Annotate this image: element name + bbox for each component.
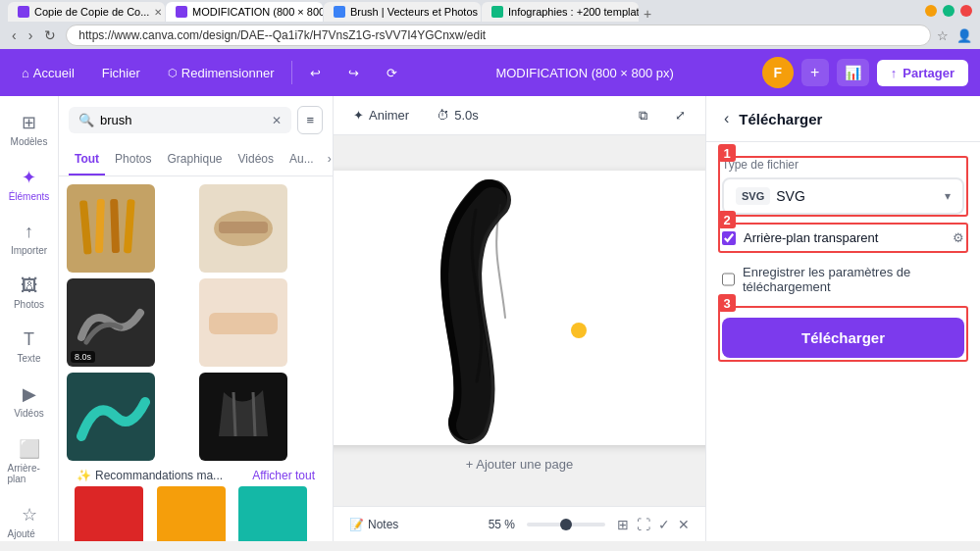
result-item-4[interactable] xyxy=(199,278,287,367)
svg-rect-1 xyxy=(95,199,105,253)
address-input[interactable] xyxy=(66,25,931,46)
videos-icon: ▶ xyxy=(23,383,36,405)
undo-button[interactable]: ↩ xyxy=(300,60,331,86)
panel-back-button[interactable]: ‹ xyxy=(722,108,731,129)
rec-item-2[interactable] xyxy=(157,486,226,541)
svg-icon: SVG xyxy=(736,187,770,205)
sidebar-item-modeles[interactable]: ⊞ Modèles xyxy=(4,104,55,155)
transparent-bg-section: 2 Arrière-plan transparent ⚙ xyxy=(722,226,964,249)
user-avatar[interactable]: F xyxy=(762,57,794,88)
add-page-button[interactable]: + Ajouter une page xyxy=(466,457,574,472)
result-item-5[interactable] xyxy=(67,373,155,461)
transparent-bg-label: Arrière-plan transparent xyxy=(744,230,878,245)
svg-rect-0 xyxy=(79,200,92,254)
rec-item-1[interactable] xyxy=(75,486,143,541)
search-bar: 🔍 ✕ ≡ xyxy=(59,96,333,144)
home-button[interactable]: ⌂ Accueil xyxy=(12,60,84,86)
file-label: Fichier xyxy=(102,66,140,80)
minimize-button[interactable] xyxy=(925,5,937,17)
share-button[interactable]: ↑ Partager xyxy=(877,60,968,86)
rec-item-3[interactable] xyxy=(238,486,307,541)
yellow-dot xyxy=(571,323,587,338)
result-badge-3: 8.0s xyxy=(71,351,95,363)
animate-icon: ✦ xyxy=(353,108,364,123)
arriere-plan-icon: ⬜ xyxy=(19,438,40,460)
maximize-button[interactable] xyxy=(943,5,954,17)
sidebar-item-photos-label: Photos xyxy=(14,299,44,310)
category-tabs: Tout Photos Graphique Vidéos Au... › xyxy=(59,144,333,176)
category-tab-more[interactable]: Au... xyxy=(284,144,320,175)
redo-button[interactable]: ↪ xyxy=(338,60,369,86)
show-all-link[interactable]: Afficher tout xyxy=(252,469,315,482)
filter-icon: ≡ xyxy=(306,113,314,127)
results-area: 8.0s xyxy=(59,176,333,541)
sidebar-item-ajoute[interactable]: ☆ Ajouté aux... xyxy=(4,496,55,541)
new-tab-button[interactable]: + xyxy=(640,6,655,22)
forward-button[interactable]: › xyxy=(25,25,37,45)
refresh-button[interactable]: ↻ xyxy=(40,25,60,45)
favicon-1 xyxy=(18,6,29,18)
close-button[interactable] xyxy=(960,5,972,17)
copy-button[interactable]: ⧉ xyxy=(631,104,655,127)
sidebar-item-elements[interactable]: ✦ Éléments xyxy=(4,159,55,210)
download-btn-section: 3 Télécharger xyxy=(722,310,964,358)
file-type-select[interactable]: SVG SVG ▾ xyxy=(722,177,964,215)
sidebar-item-importer[interactable]: ↑ Importer xyxy=(4,214,55,264)
resize-button[interactable]: ⬡ Redimensionner xyxy=(158,60,284,86)
sidebar-item-texte[interactable]: T Texte xyxy=(4,322,55,372)
search-input[interactable] xyxy=(100,113,266,127)
result-item-6[interactable] xyxy=(199,373,287,461)
transparent-bg-checkbox[interactable] xyxy=(722,231,736,245)
zoom-slider[interactable] xyxy=(527,523,605,526)
settings-icon[interactable]: ⚙ xyxy=(953,230,964,245)
category-tab-photos[interactable]: Photos xyxy=(109,144,157,175)
animate-button[interactable]: ✦ Animer xyxy=(345,104,417,126)
file-button[interactable]: Fichier xyxy=(92,60,150,86)
clear-search-button[interactable]: ✕ xyxy=(272,114,282,127)
tab-1[interactable]: Copie de Copie de Co... ✕ xyxy=(8,2,165,22)
result-item-3[interactable]: 8.0s xyxy=(67,278,155,367)
add-collaborator-button[interactable]: + xyxy=(801,59,829,86)
sidebar-item-videos[interactable]: ▶ Vidéos xyxy=(4,376,55,426)
notes-button[interactable]: 📝 Notes xyxy=(349,518,398,531)
tab-2[interactable]: MODIFICATION (800 × 800 px) ✕ xyxy=(166,2,323,22)
bookmark-icon[interactable]: ☆ xyxy=(937,28,949,43)
fullscreen-icon[interactable]: ⛶ xyxy=(637,517,650,532)
back-button[interactable]: ‹ xyxy=(8,25,21,45)
duration-button[interactable]: ⏱ 5.0s xyxy=(429,104,487,126)
grid-view-icon[interactable]: ⊞ xyxy=(617,517,629,532)
result-item-1[interactable] xyxy=(67,184,155,273)
tab-4[interactable]: Infographies : +200 templates g... ✕ xyxy=(482,2,639,22)
account-icon[interactable]: 👤 xyxy=(956,28,972,43)
category-tab-tout[interactable]: Tout xyxy=(69,144,105,175)
save-settings-checkbox[interactable] xyxy=(722,273,735,286)
close-status-icon[interactable]: ✕ xyxy=(678,517,690,532)
share-icon: ↑ xyxy=(891,66,898,80)
check-icon[interactable]: ✓ xyxy=(658,517,670,532)
file-type-section: Type de fichier 1 SVG SVG ▾ xyxy=(722,158,964,215)
category-tab-videos[interactable]: Vidéos xyxy=(232,144,280,175)
window-controls xyxy=(925,5,972,17)
ajoute-icon: ☆ xyxy=(22,504,37,526)
result-item-2[interactable] xyxy=(199,184,287,273)
duration-label: 5.0s xyxy=(454,108,479,123)
tab-2-label: MODIFICATION (800 × 800 px) xyxy=(192,6,323,18)
toolbar-title: MODIFICATION (800 × 800 px) xyxy=(415,66,753,80)
sidebar-item-arriere-plan[interactable]: ⬜ Arrière-plan xyxy=(4,430,55,492)
extra-button[interactable]: ⤢ xyxy=(667,104,694,126)
category-tab-graphique[interactable]: Graphique xyxy=(161,144,228,175)
filter-button[interactable]: ≡ xyxy=(297,106,323,134)
clock-icon: ⏱ xyxy=(437,108,449,123)
zoom-thumb[interactable] xyxy=(560,519,572,530)
top-toolbar: ⌂ Accueil Fichier ⬡ Redimensionner ↩ ↪ ⟳… xyxy=(0,49,980,96)
categories-more-button[interactable]: › xyxy=(324,144,333,175)
tab-1-label: Copie de Copie de Co... xyxy=(34,6,149,18)
recommendations-label: ✨ Recommandations ma... xyxy=(77,469,223,482)
tab-1-close[interactable]: ✕ xyxy=(154,7,162,18)
sidebar-item-photos[interactable]: 🖼 Photos xyxy=(4,268,55,318)
download-button[interactable]: Télécharger xyxy=(722,318,964,358)
analytics-button[interactable]: 📊 xyxy=(837,59,869,86)
photos-icon: 🖼 xyxy=(21,276,38,296)
tab-3[interactable]: Brush | Vecteurs et Photos grat... ✕ xyxy=(324,2,481,22)
history-button[interactable]: ⟳ xyxy=(377,60,407,86)
